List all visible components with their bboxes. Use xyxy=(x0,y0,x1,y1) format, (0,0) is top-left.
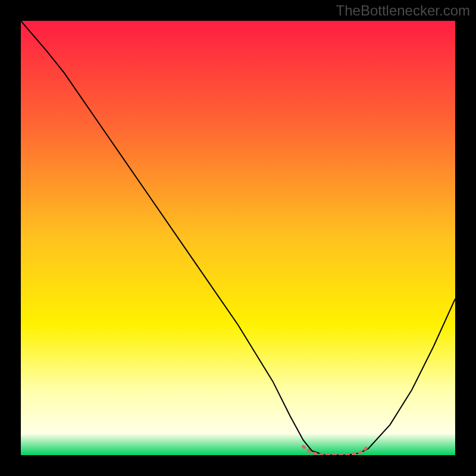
chart-plot-area xyxy=(21,21,455,455)
chart-svg xyxy=(21,21,455,455)
chart-background xyxy=(21,21,455,455)
watermark-text: TheBottlenecker.com xyxy=(336,2,470,19)
